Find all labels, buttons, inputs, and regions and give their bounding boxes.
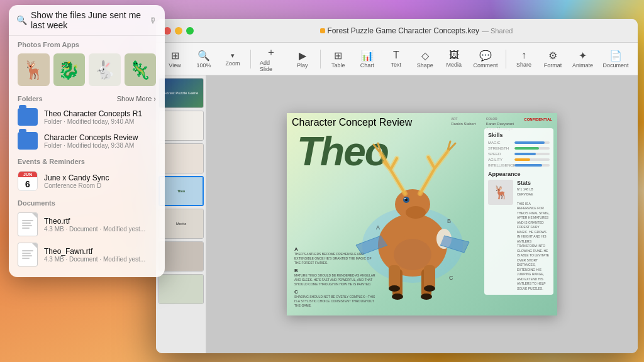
zoom-icon: 🔍 — [197, 50, 210, 62]
minimize-button[interactable] — [175, 27, 182, 35]
skill-label: MAGIC — [488, 141, 512, 145]
shape-icon: ◇ — [421, 50, 429, 62]
slide-thumb-5[interactable]: Moritz — [158, 209, 204, 239]
slide-canvas[interactable]: Character Concept Review ART Rankin Slab… — [287, 113, 557, 315]
appearance-title: Appearance — [488, 171, 550, 177]
add-slide-label: Add Slide — [260, 60, 282, 72]
folder-item-theo[interactable]: Theo Character Concepts R1 Folder · Modi… — [9, 105, 165, 129]
appearance-row: 🦌 Stats N°1 148 LB CERVIDAE THIS IS A RE… — [488, 180, 550, 291]
event-location: Conference Room D — [44, 182, 109, 189]
doc-icon-theo — [18, 212, 38, 236]
shape-label: Shape — [417, 62, 433, 69]
photo-thumb-1[interactable]: 🦌 — [18, 53, 50, 86]
slide-thumb-6[interactable] — [158, 241, 204, 272]
toolbar-media[interactable]: 🖼 Media — [440, 47, 468, 70]
document-label: Document — [602, 62, 628, 69]
toolbar-text[interactable]: T Text — [382, 47, 410, 70]
skill-bar-bg — [514, 164, 550, 167]
toolbar-chart[interactable]: 📊 Chart — [353, 47, 381, 71]
doc-item-theo-fawn[interactable]: Theo_Fawn.rtf 4.3 MB · Document · Modifi… — [9, 239, 165, 270]
folder-name-concepts: Character Concepts Review — [44, 133, 156, 142]
svg-point-14 — [389, 285, 400, 292]
doc-meta-theo-fawn: 4.3 MB · Document · Modified yest... — [44, 256, 145, 263]
toolbar-document[interactable]: 📄 Document — [599, 47, 633, 71]
document-icon: 📄 — [609, 50, 622, 62]
chevron-right-icon: › — [153, 95, 156, 102]
slide-annotations: A THEO'S ANTLERS BECOME PREHENSILE AND E… — [294, 246, 376, 310]
skill-row-magic: MAGIC — [488, 141, 550, 145]
toolbar-animate[interactable]: ✦ Animate — [568, 47, 597, 71]
photos-section-title: Photos From Apps — [9, 36, 165, 51]
skill-bar-bg — [514, 158, 550, 161]
show-more-button[interactable]: Show More › — [117, 95, 156, 102]
slide-3-preview — [159, 144, 203, 173]
zoom-text-icon: ▾ — [231, 52, 235, 60]
cal-day: 6 — [18, 177, 37, 190]
toolbar-zoom[interactable]: 🔍 100% — [190, 47, 218, 71]
slide-thumb-3[interactable] — [158, 143, 204, 173]
play-label: Play — [297, 62, 308, 69]
mic-icon[interactable]: 🎙 — [149, 16, 157, 25]
skill-label: INTELLIGENCE — [488, 163, 512, 167]
animate-icon: ✦ — [579, 50, 587, 62]
toolbar-format[interactable]: ⚙ Format — [539, 47, 567, 71]
photo-thumb-4[interactable]: 🦎 — [125, 53, 157, 86]
slide-thumb-1[interactable]: Forest Puzzle Game — [158, 78, 204, 108]
toolbar-add-slide[interactable]: ＋ Add Slide — [255, 43, 287, 75]
slide-7-preview — [159, 275, 203, 304]
folder-item-concepts[interactable]: Character Concepts Review Folder · Modif… — [9, 129, 165, 153]
table-label: Table — [331, 62, 345, 69]
shared-label: — Shared — [482, 27, 513, 35]
photo-thumb-2[interactable]: 🐉 — [53, 53, 86, 86]
skill-label: STRENGTH — [488, 146, 512, 150]
stats-panel: Skills MAGIC STRENGTH SPEED AGILITY — [484, 128, 553, 295]
text-label: Text — [391, 62, 402, 68]
skill-row-intelligence: INTELLIGENCE — [488, 163, 550, 167]
appearance-section: Appearance 🦌 Stats N°1 148 LB CERVIDAE T… — [488, 171, 550, 291]
svg-point-12 — [392, 293, 403, 300]
toolbar-table[interactable]: ⊞ Table — [325, 47, 352, 71]
annotation-a: A THEO'S ANTLERS BECOME PREHENSILE AND E… — [294, 246, 376, 265]
annotation-a-letter: A — [294, 246, 376, 252]
search-query-text: Show the files June sent me last week — [31, 10, 149, 30]
skill-bar-fill — [514, 153, 536, 155]
slide-5-preview: Moritz — [159, 209, 203, 238]
toolbar-zoom-label[interactable]: ▾ Zoom — [219, 49, 247, 69]
media-icon: 🖼 — [449, 50, 459, 61]
slide-thumb-4-active[interactable]: Theo — [158, 176, 204, 206]
skill-bar-bg — [514, 153, 550, 155]
doc-meta-theo: 4.3 MB · Document · Modified yest... — [44, 226, 145, 233]
search-bar: 🔍 Show the files June sent me last week … — [9, 5, 165, 36]
photo-thumb-3[interactable]: 🐇 — [89, 53, 121, 86]
toolbar-comment[interactable]: 💬 Comment — [469, 47, 502, 71]
documents-section-title: Documents — [9, 194, 165, 209]
svg-text:C: C — [449, 275, 453, 281]
svg-point-13 — [421, 293, 432, 300]
slide-thumb-2[interactable] — [158, 111, 204, 141]
event-item-candy-sync[interactable]: JUN 6 June x Candy Sync Conference Room … — [9, 168, 165, 194]
chart-label: Chart — [360, 62, 374, 69]
annotation-b: B MATURE THEO SHOULD BE RENDERED AS ANGU… — [294, 268, 376, 287]
keynote-window: Forest Puzzle Game Character Concepts.ke… — [156, 19, 638, 353]
view-icon: ⊞ — [171, 50, 179, 62]
skills-title: Skills — [488, 132, 550, 138]
toolbar-play[interactable]: ▶ Play — [289, 47, 316, 71]
toolbar-sep-3 — [506, 50, 506, 69]
toolbar-share[interactable]: ↑ Share — [510, 47, 538, 70]
annotation-a-text: THEO'S ANTLERS BECOME PREHENSILE AND EXT… — [294, 252, 376, 265]
toolbar-shape[interactable]: ◇ Shape — [411, 47, 439, 71]
skill-bar-bg — [514, 147, 550, 150]
annotation-b-letter: B — [294, 268, 376, 273]
folder-info-theo: Theo Character Concepts R1 Folder · Modi… — [44, 109, 156, 125]
fullscreen-button[interactable] — [186, 27, 194, 35]
canvas-area: Character Concept Review ART Rankin Slab… — [206, 75, 638, 353]
annotation-c-letter: C — [294, 289, 376, 295]
keynote-body: Forest Puzzle Game Theo Moritz — [156, 75, 638, 353]
toolbar-view[interactable]: ⊞ View — [161, 47, 189, 71]
doc-item-theo-rtf[interactable]: Theo.rtf 4.3 MB · Document · Modified ye… — [9, 209, 165, 239]
slide-6-preview — [159, 242, 203, 271]
slide-thumb-7[interactable] — [158, 274, 204, 304]
window-title-bar: Forest Puzzle Game Character Concepts.ke… — [203, 26, 630, 35]
traffic-lights — [164, 27, 194, 35]
format-label: Format — [544, 62, 562, 69]
